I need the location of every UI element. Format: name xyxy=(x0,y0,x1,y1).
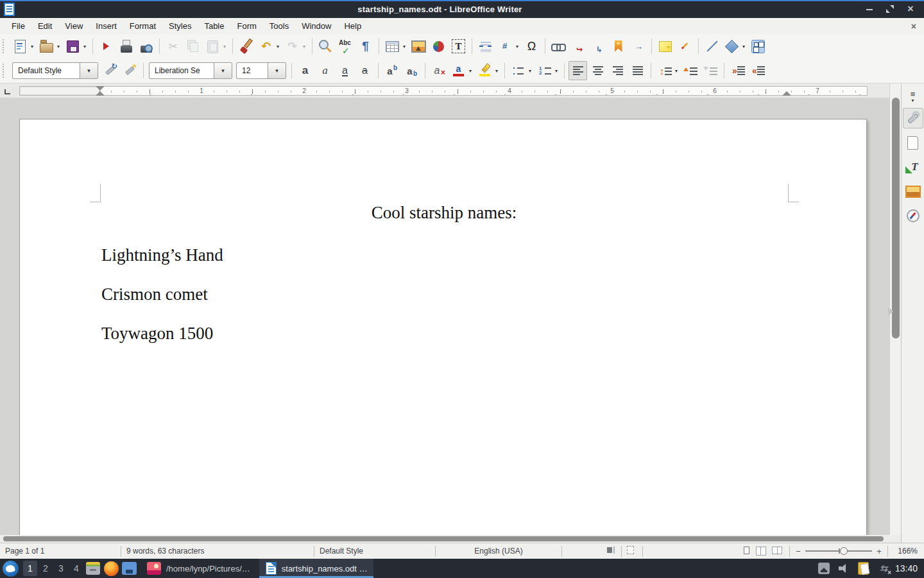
save-button[interactable]: ▾ xyxy=(64,37,89,56)
zoom-slider[interactable] xyxy=(805,547,872,556)
numbered-list-button[interactable]: ▾ xyxy=(535,61,560,80)
subscript-button[interactable] xyxy=(402,61,421,80)
find-replace-button[interactable] xyxy=(316,37,335,56)
sidebar-settings-icon[interactable]: ≡▾ xyxy=(911,91,916,104)
horizontal-scrollbar[interactable] xyxy=(0,535,901,543)
align-justify-button[interactable] xyxy=(628,61,647,80)
track-changes-button[interactable] xyxy=(676,37,694,56)
toolbar-grip[interactable] xyxy=(3,39,7,53)
menu-edit[interactable]: Edit xyxy=(31,19,58,33)
taskbar-window-button[interactable]: /home/lynp/Pictures/… xyxy=(141,559,257,578)
book-view-icon[interactable] xyxy=(772,547,782,554)
draw-functions-button[interactable] xyxy=(749,37,767,56)
paragraph-style-combo[interactable]: Default Style▼ xyxy=(12,62,98,79)
zoom-percentage[interactable]: 166% xyxy=(888,547,924,556)
sidebar-collapse-arrow-icon[interactable] xyxy=(888,307,893,316)
vertical-scrollbar-thumb[interactable] xyxy=(892,98,900,338)
insert-image-button[interactable] xyxy=(409,37,428,56)
redo-dropdown-arrow[interactable]: ▾ xyxy=(301,44,307,49)
menu-table[interactable]: Table xyxy=(198,19,230,33)
zoom-out-icon[interactable]: − xyxy=(795,547,801,556)
bullet-list-button[interactable]: ▾ xyxy=(509,61,534,80)
status-page-number[interactable]: Page 1 of 1 xyxy=(0,547,121,556)
highlight-color-button[interactable]: ▾ xyxy=(475,61,501,80)
document-paragraph[interactable]: Crismon comet xyxy=(101,285,208,304)
font-size-combo[interactable]: 12▼ xyxy=(236,62,286,79)
menu-insert[interactable]: Insert xyxy=(89,19,123,33)
increase-indent-button[interactable] xyxy=(728,61,747,80)
bullet-list-dropdown-arrow[interactable]: ▾ xyxy=(527,68,533,74)
menu-window[interactable]: Window xyxy=(295,19,338,33)
insert-endnote-button[interactable] xyxy=(589,37,608,56)
font-color-dropdown-arrow[interactable]: ▾ xyxy=(467,68,474,74)
open-button[interactable]: ▾ xyxy=(37,37,62,56)
formatting-marks-button[interactable] xyxy=(356,37,375,56)
document-page[interactable]: Cool starship names: Lightning’s HandCri… xyxy=(19,119,867,535)
sidebar-tab-properties[interactable] xyxy=(903,108,923,128)
basic-shapes-dropdown-arrow[interactable]: ▾ xyxy=(740,44,747,49)
minimize-button[interactable] xyxy=(865,4,874,13)
status-word-count[interactable]: 9 words, 63 characters xyxy=(121,547,314,556)
first-line-indent-marker[interactable] xyxy=(96,86,105,91)
selection-mode-icon[interactable] xyxy=(627,546,634,554)
workspace-2[interactable]: 2 xyxy=(38,561,53,576)
menu-form[interactable]: Form xyxy=(230,19,262,33)
para-space-decrease-button[interactable] xyxy=(701,61,720,80)
document-heading[interactable]: Cool starship names: xyxy=(101,203,787,223)
paste-dropdown-arrow[interactable]: ▾ xyxy=(221,44,228,49)
insert-mode-icon[interactable] xyxy=(607,547,616,554)
workspace-1[interactable]: 1 xyxy=(23,561,37,576)
horizontal-scrollbar-thumb[interactable] xyxy=(3,536,884,541)
close-document-icon[interactable]: × xyxy=(911,21,916,31)
sidebar-tab-gallery[interactable] xyxy=(903,181,923,202)
document-area[interactable]: Cool starship names: Lightning’s HandCri… xyxy=(0,98,889,535)
document-paragraph[interactable]: Toywagon 1500 xyxy=(101,324,213,344)
insert-comment-button[interactable] xyxy=(656,37,674,56)
insert-table-button[interactable]: ▾ xyxy=(383,37,408,56)
align-center-button[interactable] xyxy=(588,61,607,80)
align-left-button[interactable] xyxy=(569,61,587,80)
multi-page-view-icon[interactable] xyxy=(756,547,766,554)
paste-button[interactable]: ▾ xyxy=(203,37,228,56)
single-page-view-icon[interactable] xyxy=(744,547,749,554)
clipboard-icon[interactable] xyxy=(858,562,869,575)
para-space-increase-button[interactable] xyxy=(681,61,700,80)
save-dropdown-arrow[interactable]: ▾ xyxy=(81,44,88,49)
zoom-in-icon[interactable]: + xyxy=(876,547,882,556)
basic-shapes-button[interactable]: ▾ xyxy=(723,37,748,56)
launcher-firefox[interactable] xyxy=(102,559,120,578)
clock[interactable]: 13:40 xyxy=(895,563,918,574)
menu-file[interactable]: File xyxy=(5,19,31,33)
menu-styles[interactable]: Styles xyxy=(162,19,198,33)
menu-tools[interactable]: Tools xyxy=(263,19,295,33)
insert-hyperlink-button[interactable] xyxy=(549,37,568,56)
new-style-button[interactable] xyxy=(121,61,139,80)
print-button[interactable] xyxy=(117,37,135,56)
insert-text-box-button[interactable] xyxy=(449,37,468,56)
sidebar-tab-page[interactable] xyxy=(903,132,923,153)
paragraph-style-dropdown-arrow[interactable]: ▼ xyxy=(80,63,98,78)
clone-formatting-button[interactable] xyxy=(237,37,255,56)
status-page-style[interactable]: Default Style xyxy=(314,547,435,556)
toolbar-grip[interactable] xyxy=(3,64,7,78)
font-name-combo[interactable]: Liberation Se▼ xyxy=(149,62,232,79)
insert-chart-button[interactable] xyxy=(429,37,448,56)
cross-reference-button[interactable] xyxy=(629,37,647,56)
special-character-button[interactable] xyxy=(522,37,541,56)
clear-formatting-button[interactable] xyxy=(429,61,448,80)
launcher-file-manager[interactable] xyxy=(84,559,102,578)
workspace-3[interactable]: 3 xyxy=(54,561,68,576)
right-indent-marker[interactable] xyxy=(782,91,791,96)
new-document-button[interactable]: ▾ xyxy=(11,37,36,56)
italic-button[interactable] xyxy=(316,61,334,80)
copy-button[interactable] xyxy=(184,37,202,56)
export-pdf-button[interactable] xyxy=(97,37,116,56)
insert-line-button[interactable] xyxy=(703,37,721,56)
launcher-app-window[interactable] xyxy=(120,559,138,578)
open-dropdown-arrow[interactable]: ▾ xyxy=(55,44,62,49)
underline-button[interactable] xyxy=(336,61,354,80)
menu-view[interactable]: View xyxy=(58,19,89,33)
new-document-dropdown-arrow[interactable]: ▾ xyxy=(29,44,35,49)
taskbar-window-button[interactable]: startship_names.odt … xyxy=(259,559,374,578)
menu-help[interactable]: Help xyxy=(338,19,368,33)
